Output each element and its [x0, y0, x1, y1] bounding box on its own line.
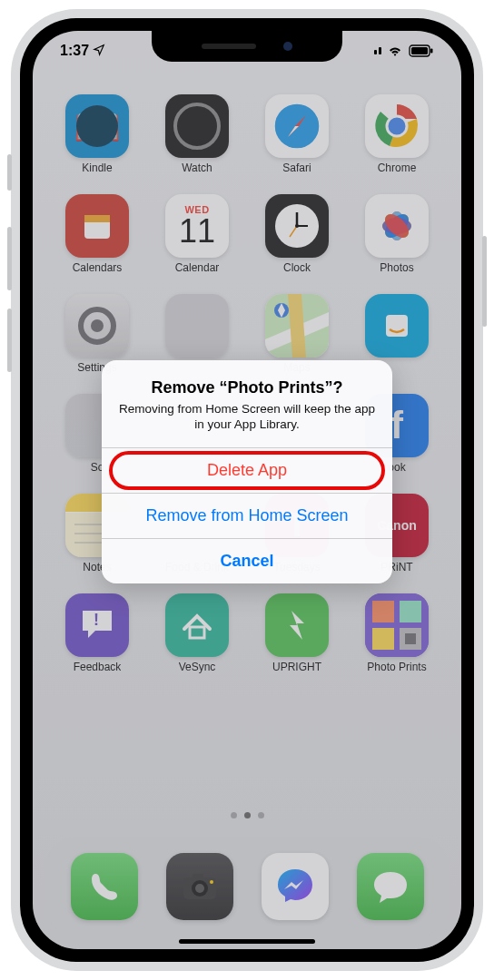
earpiece-speaker — [202, 44, 256, 49]
volume-up-button — [7, 227, 12, 290]
device-bezel: 1:37 — [20, 18, 474, 962]
alert-message: Removing from Home Screen will keep the … — [118, 401, 376, 433]
notch — [152, 31, 342, 62]
delete-app-label: Delete App — [207, 461, 287, 480]
status-time: 1:37 — [60, 43, 89, 59]
delete-app-button[interactable]: Delete App — [102, 447, 392, 493]
svg-rect-2 — [430, 49, 433, 54]
mute-switch — [7, 154, 12, 191]
alert-title: Remove “Photo Prints”? — [118, 378, 376, 397]
front-camera — [283, 42, 292, 51]
screen: 1:37 — [33, 31, 461, 949]
status-left: 1:37 — [60, 43, 105, 59]
remove-from-home-label: Remove from Home Screen — [145, 506, 348, 525]
svg-rect-1 — [411, 47, 428, 54]
volume-down-button — [7, 309, 12, 372]
remove-from-home-button[interactable]: Remove from Home Screen — [102, 493, 392, 538]
status-right — [374, 44, 434, 57]
cancel-label: Cancel — [220, 552, 273, 571]
cancel-button[interactable]: Cancel — [102, 538, 392, 583]
side-button — [482, 236, 487, 327]
remove-app-alert: Remove “Photo Prints”? Removing from Hom… — [102, 360, 392, 583]
cellular-signal-icon — [374, 47, 381, 54]
location-services-icon — [93, 44, 105, 59]
wifi-icon — [387, 44, 403, 57]
device-frame: 1:37 — [11, 9, 483, 971]
home-indicator[interactable] — [179, 939, 315, 944]
battery-icon — [409, 44, 434, 57]
alert-header: Remove “Photo Prints”? Removing from Hom… — [102, 360, 392, 447]
